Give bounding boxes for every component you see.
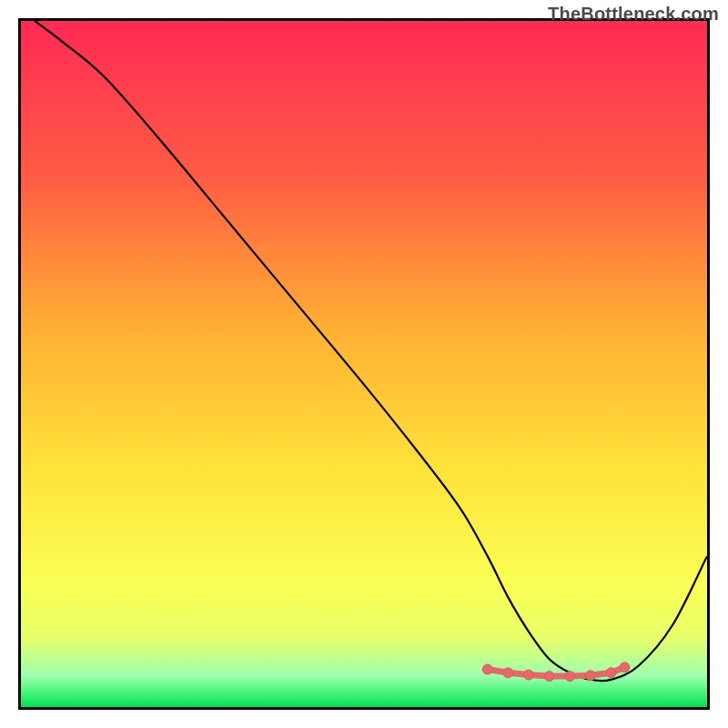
sweet-spot-marker (544, 672, 554, 682)
sweet-spot-marker (565, 672, 575, 682)
sweet-spot-marker (524, 670, 534, 680)
plot-svg (21, 21, 707, 707)
gradient-rect (21, 21, 707, 707)
sweet-spot-marker (503, 668, 513, 678)
chart-stage: TheBottleneck.com (0, 0, 728, 728)
sweet-spot-marker (606, 668, 616, 678)
sweet-spot-marker (482, 664, 492, 674)
plot-frame (18, 18, 710, 710)
sweet-spot-marker (585, 671, 595, 681)
sweet-spot-marker (620, 662, 630, 672)
watermark-text: TheBottleneck.com (548, 4, 719, 25)
